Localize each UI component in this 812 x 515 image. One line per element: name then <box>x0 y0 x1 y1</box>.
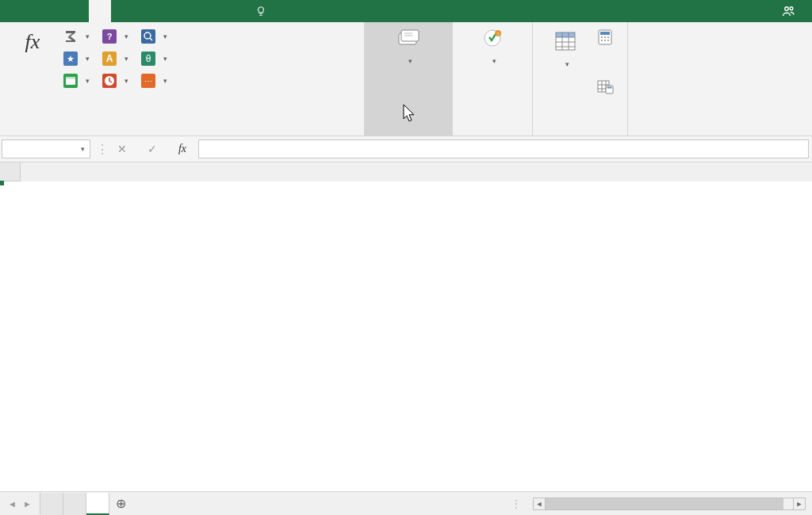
tab-help[interactable] <box>222 0 244 22</box>
group-formula-audit: ! ▾ <box>453 22 533 135</box>
financial-icon <box>63 74 78 88</box>
lookup-icon <box>141 29 155 44</box>
chevron-down-icon: ▾ <box>86 55 90 63</box>
scroll-thumb[interactable] <box>546 498 783 509</box>
fx-button[interactable]: fx <box>174 143 190 155</box>
spreadsheet-grid <box>0 162 812 181</box>
new-sheet-button[interactable]: ⊕ <box>109 496 133 511</box>
name-box[interactable]: ▾ <box>2 139 90 158</box>
sheet-nav-next[interactable]: ► <box>23 499 32 509</box>
sheet-tab-1[interactable] <box>40 493 63 515</box>
tab-review[interactable] <box>133 0 155 22</box>
svg-rect-10 <box>556 32 575 37</box>
scroll-right-button[interactable]: ► <box>793 498 806 510</box>
lightbulb-icon <box>255 6 266 17</box>
horizontal-scrollbar[interactable]: ◄ ► <box>527 498 812 510</box>
audit-icon: ! <box>479 27 506 51</box>
tab-share[interactable] <box>155 0 178 22</box>
autosum-button[interactable]: ▾ <box>60 25 93 48</box>
tab-data[interactable] <box>111 0 133 22</box>
star-icon: ★ <box>63 52 78 66</box>
sheet-tab-2[interactable] <box>63 493 86 515</box>
sheet-nav-prev[interactable]: ◄ <box>8 499 17 509</box>
tab-insert[interactable] <box>44 0 67 22</box>
group-calculation: ▾ <box>533 22 628 135</box>
formula-input[interactable] <box>198 139 809 158</box>
svg-rect-12 <box>600 32 610 35</box>
chevron-down-icon: ▾ <box>86 77 90 85</box>
sheet-scroll-divider[interactable]: ⋮ <box>506 498 527 510</box>
tab-layout[interactable] <box>67 0 89 22</box>
logical-button[interactable]: ? ▾ <box>99 25 132 48</box>
calc-grid-icon <box>553 30 578 54</box>
svg-rect-1 <box>66 77 75 79</box>
scroll-left-button[interactable]: ◄ <box>533 498 546 510</box>
sigma-icon <box>63 29 78 44</box>
tab-view[interactable] <box>178 0 200 22</box>
tab-home[interactable] <box>22 0 44 22</box>
theta-icon: θ <box>141 52 155 66</box>
fx-icon: fx <box>25 30 40 54</box>
chevron-down-icon: ▾ <box>492 57 496 65</box>
svg-point-17 <box>604 40 606 41</box>
chevron-down-icon: ▾ <box>124 77 128 85</box>
calc-now-button[interactable] <box>596 29 614 46</box>
chevron-down-icon: ▾ <box>408 57 412 65</box>
chevron-down-icon: ▾ <box>163 77 167 85</box>
svg-point-13 <box>601 36 603 38</box>
function-library-group-label <box>5 131 359 134</box>
people-icon <box>782 4 796 18</box>
math-button[interactable]: θ ▾ <box>138 48 170 70</box>
formula-bar-row: ▾ ⋮ ✕ ✓ fx <box>0 136 812 162</box>
enter-button[interactable]: ✓ <box>144 143 160 155</box>
insert-function-button[interactable]: fx <box>5 25 60 131</box>
calc-sheet-button[interactable] <box>596 78 614 95</box>
sheet-tab-3[interactable] <box>86 493 109 515</box>
svg-rect-21 <box>607 87 612 89</box>
recent-functions-button[interactable]: ★ ▾ <box>60 48 93 70</box>
calc-options-button[interactable]: ▾ <box>538 25 593 131</box>
text-button[interactable]: A ▾ <box>99 48 132 70</box>
calculation-group-label <box>538 131 622 134</box>
column-header-row <box>0 162 812 181</box>
chevron-down-icon: ▾ <box>163 55 167 63</box>
formula-audit-button[interactable]: ! ▾ <box>453 22 532 135</box>
calc-sheet-icon <box>596 78 614 95</box>
ribbon: fx ▾ ★ ▾ ▾ <box>0 22 812 136</box>
group-defined-names: ▾ <box>365 22 453 135</box>
chevron-down-icon: ▾ <box>565 60 569 68</box>
chevron-down-icon: ▾ <box>81 145 85 153</box>
clock-icon <box>102 74 117 88</box>
calculator-icon <box>596 29 614 46</box>
logical-icon: ? <box>102 29 117 44</box>
defined-names-button[interactable]: ▾ <box>365 22 452 135</box>
group-function-library: fx ▾ ★ ▾ ▾ <box>0 22 365 135</box>
svg-point-16 <box>601 40 603 41</box>
chevron-down-icon: ▾ <box>163 32 167 40</box>
lookup-button[interactable]: ▾ <box>138 25 170 48</box>
tab-dev[interactable] <box>200 0 222 22</box>
sheet-tab-bar: ◄ ► ⊕ ⋮ ◄ ► <box>0 491 812 515</box>
share-right[interactable] <box>771 0 812 22</box>
svg-point-15 <box>607 36 609 38</box>
datetime-button[interactable]: ▾ <box>99 70 132 92</box>
scroll-track[interactable] <box>546 498 793 510</box>
chevron-down-icon: ▾ <box>86 32 90 40</box>
defined-names-icon <box>395 27 422 51</box>
menu-tabbar <box>0 0 812 22</box>
more-functions-button[interactable]: ⋯ ▾ <box>138 70 170 92</box>
tab-formulas[interactable] <box>89 0 111 22</box>
svg-point-3 <box>144 32 151 39</box>
dots-icon: ⋯ <box>141 74 155 88</box>
financial-button[interactable]: ▾ <box>60 70 93 92</box>
select-all-corner[interactable] <box>0 162 21 181</box>
svg-point-14 <box>604 36 606 38</box>
chevron-down-icon: ▾ <box>124 32 128 40</box>
drag-handle[interactable]: ⋮ <box>90 142 114 157</box>
svg-point-18 <box>607 40 609 41</box>
text-icon: A <box>102 52 117 66</box>
tab-tellme[interactable] <box>244 0 282 22</box>
selection-box <box>0 181 3 185</box>
cancel-button[interactable]: ✕ <box>114 143 130 155</box>
tab-file[interactable] <box>0 0 22 22</box>
